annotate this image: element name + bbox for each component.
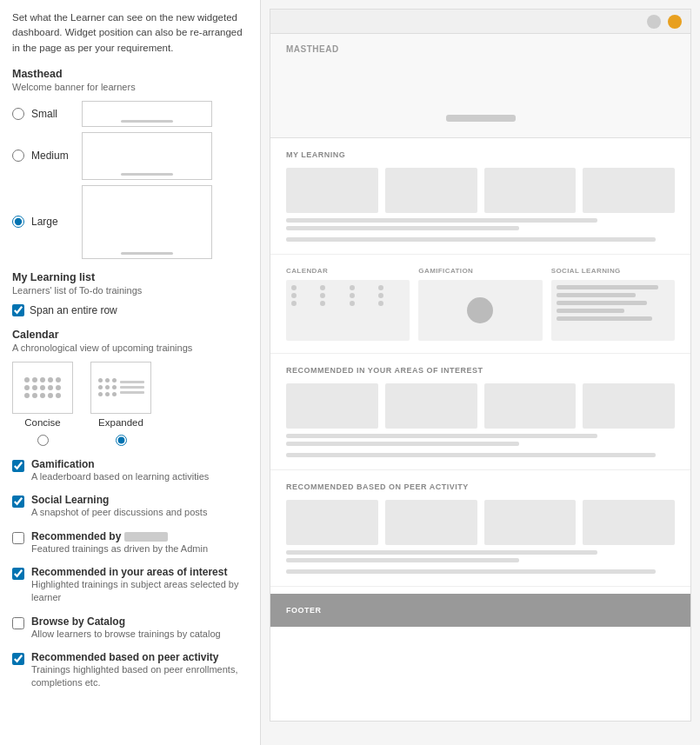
calendar-preview-label: CALENDAR	[286, 267, 410, 275]
cal-dot	[350, 285, 355, 290]
social-checkbox[interactable]	[12, 496, 24, 508]
expanded-dot	[105, 385, 110, 389]
calendar-concise-radio-item	[12, 435, 73, 446]
recommended-by-desc: Featured trainings as driven by the Admi…	[31, 542, 208, 555]
peer-activity-title: Recommended based on peer activity	[31, 651, 248, 663]
intro-text: Set what the Learner can see on the new …	[12, 10, 248, 56]
social-line	[557, 285, 658, 289]
span-row-checkbox[interactable]	[12, 304, 24, 316]
size-large-label: Large	[31, 216, 75, 228]
rec-peer-lines	[286, 550, 675, 574]
social-line	[557, 309, 624, 313]
recommended-by-blurred	[124, 532, 168, 542]
right-panel: MASTHEAD MY LEARNING CALENDAR	[261, 0, 700, 745]
concise-dot	[24, 385, 30, 390]
cal-dot	[350, 293, 355, 298]
expanded-dot	[98, 385, 103, 389]
concise-dot	[32, 385, 37, 390]
catalog-desc: Allow learners to browse trainings by ca…	[31, 628, 221, 641]
preview-footer: FOOTER	[270, 594, 690, 627]
feature-recommended-by: Recommended by Featured trainings as dri…	[12, 530, 248, 555]
size-large-preview	[82, 185, 212, 259]
calendar-radio-row	[12, 435, 248, 446]
gamification-preview-label: GAMIFICATION	[418, 267, 542, 275]
gamification-checkbox[interactable]	[12, 460, 24, 472]
concise-dot	[48, 385, 53, 390]
card-line	[286, 558, 519, 562]
gamification-circle	[467, 297, 493, 323]
concise-dot	[32, 393, 37, 398]
peer-activity-checkbox[interactable]	[12, 653, 24, 665]
expanded-lines	[120, 378, 144, 396]
feature-social: Social Learning A snapshot of peer discu…	[12, 494, 248, 519]
recommended-areas-desc: Highlighted trainings in subject areas s…	[31, 578, 248, 605]
size-large-radio[interactable]	[12, 216, 24, 228]
recommended-by-checkbox[interactable]	[12, 532, 24, 544]
recommended-areas-preview-label: RECOMMENDED IN YOUR AREAS OF INTEREST	[286, 366, 675, 375]
learning-card	[385, 168, 477, 213]
size-medium-label: Medium	[31, 150, 75, 162]
expanded-inner	[95, 375, 148, 400]
cal-dot	[320, 301, 325, 306]
gamification-title: Gamification	[31, 458, 209, 470]
size-medium-option: Medium	[12, 132, 248, 180]
social-desc: A snapshot of peer discussions and posts	[31, 506, 207, 519]
calendar-options: Concise	[12, 362, 248, 428]
calendar-expanded-radio-item	[90, 435, 151, 446]
card-line	[286, 434, 597, 438]
preview-line	[121, 120, 173, 123]
learning-card	[583, 168, 675, 213]
social-line	[557, 316, 653, 321]
gamification-preview-box	[418, 280, 542, 341]
concise-dot	[40, 385, 45, 390]
social-line	[557, 293, 636, 297]
expanded-dot	[98, 392, 103, 396]
rec-areas-lines	[286, 434, 675, 457]
my-learning-preview-label: MY LEARNING	[286, 150, 675, 159]
feature-catalog: Browse by Catalog Allow learners to brow…	[12, 615, 248, 641]
learning-card	[286, 168, 378, 213]
size-small-preview	[82, 101, 212, 127]
concise-dot	[32, 377, 37, 382]
cal-dot	[291, 293, 297, 298]
recommended-peer-card-grid	[286, 500, 675, 545]
catalog-checkbox[interactable]	[12, 617, 24, 629]
three-col-section: CALENDAR	[270, 255, 690, 354]
expanded-dot	[105, 378, 110, 382]
expanded-dots-grid	[98, 378, 117, 396]
preview-my-learning: MY LEARNING	[270, 138, 690, 255]
gamification-preview-item: GAMIFICATION	[418, 267, 542, 341]
left-panel: Set what the Learner can see on the new …	[0, 0, 261, 745]
expanded-line	[120, 386, 144, 389]
recommended-areas-checkbox[interactable]	[12, 568, 24, 580]
feature-gamification: Gamification A leaderboard based on lear…	[12, 458, 248, 483]
cal-dot	[350, 301, 355, 306]
cal-dot	[320, 285, 325, 290]
calendar-expanded-radio[interactable]	[116, 435, 127, 446]
social-text: Social Learning A snapshot of peer discu…	[31, 494, 207, 519]
cal-dot	[378, 301, 383, 306]
my-learning-card-grid	[286, 168, 675, 213]
catalog-title: Browse by Catalog	[31, 615, 221, 628]
concise-dot	[48, 393, 53, 398]
gamification-desc: A leaderboard based on learning activiti…	[31, 470, 209, 483]
size-medium-radio[interactable]	[12, 150, 24, 162]
expanded-line	[120, 391, 144, 394]
social-preview-item: SOCIAL LEARNING	[551, 267, 675, 341]
preview-masthead: MASTHEAD	[270, 34, 690, 138]
three-col-grid: CALENDAR	[286, 267, 675, 341]
preview-recommended-areas: RECOMMENDED IN YOUR AREAS OF INTEREST	[270, 354, 690, 470]
calendar-concise-option: Concise	[12, 362, 73, 428]
size-medium-preview	[82, 132, 212, 180]
calendar-preview-item: CALENDAR	[286, 267, 410, 341]
masthead-title: Masthead	[12, 68, 248, 80]
preview-line	[121, 252, 173, 255]
size-small-option: Small	[12, 101, 248, 127]
calendar-concise-radio[interactable]	[37, 435, 49, 446]
cal-dot	[320, 293, 325, 298]
expanded-dot	[105, 392, 110, 396]
size-small-radio[interactable]	[12, 108, 24, 120]
rec-peer-card	[583, 500, 675, 545]
my-learning-lines	[286, 218, 675, 242]
rec-peer-card	[484, 500, 577, 545]
